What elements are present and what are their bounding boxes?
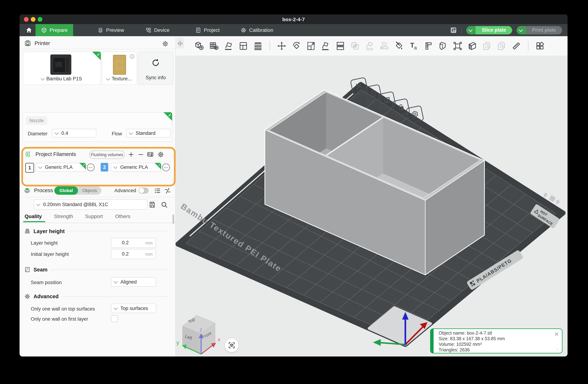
seam-position-label: Seam position: [31, 280, 62, 285]
print-plate-button[interactable]: Print plate: [517, 26, 562, 34]
tune-params-icon[interactable]: [164, 187, 171, 194]
flatten-icon[interactable]: [320, 40, 331, 52]
process-scope-segmented[interactable]: Global Objects: [54, 186, 101, 195]
seam-paint-icon[interactable]: [423, 40, 434, 52]
search-preset-icon[interactable]: [160, 201, 168, 208]
filament-2-check-icon: [155, 163, 161, 169]
nozzle-diameter-select[interactable]: 0.4: [52, 129, 96, 138]
support-paint-icon[interactable]: [452, 40, 463, 52]
save-preset-icon[interactable]: [148, 201, 156, 208]
advanced-section-header: Advanced: [24, 293, 168, 300]
filament-2-more-icon[interactable]: ···: [162, 163, 170, 171]
process-section-header: Process: [23, 186, 53, 195]
recenter-view-button[interactable]: [225, 338, 239, 352]
sidebar-collapse-handle[interactable]: ‹|›: [176, 38, 184, 48]
arrange-icon[interactable]: [238, 40, 249, 52]
preview-icon: [97, 27, 104, 33]
tab-preview[interactable]: Preview: [92, 24, 130, 36]
segment-objects[interactable]: Objects: [78, 186, 101, 195]
plate-lock-icon: [396, 102, 406, 112]
rotate-icon[interactable]: [291, 40, 302, 52]
filament-1-select[interactable]: Generic PLA: [36, 163, 86, 172]
home-button[interactable]: [23, 25, 34, 35]
add-model-icon[interactable]: [194, 40, 205, 52]
segment-global[interactable]: Global: [54, 186, 78, 195]
tab-support[interactable]: Support: [85, 214, 103, 219]
seam-position-select[interactable]: Aligned: [111, 277, 156, 287]
plate-settings-button[interactable]: [406, 105, 424, 124]
nozzle-tab[interactable]: Nozzle: [26, 116, 47, 125]
nav-divider: [462, 27, 462, 34]
print-dropdown-chevron-icon[interactable]: [517, 26, 526, 34]
nozzle-flow-select[interactable]: Standard: [126, 129, 170, 138]
tab-strength[interactable]: Strength: [54, 214, 73, 219]
text-icon[interactable]: [408, 40, 419, 52]
printer-model-card[interactable]: Bambu Lab P1S: [23, 52, 101, 85]
move-icon[interactable]: [276, 40, 287, 52]
layer-height-input[interactable]: 0.2mm: [111, 238, 156, 248]
plate-layout-icon[interactable]: [450, 27, 457, 34]
close-info-panel-icon[interactable]: ✕: [554, 331, 559, 338]
slice-plate-button[interactable]: Slice plate: [466, 26, 512, 34]
toolbar-separator: [270, 41, 270, 51]
viewport-toolbar: [194, 38, 546, 54]
add-filament-icon[interactable]: [128, 151, 134, 158]
process-layers-icon: [23, 187, 31, 194]
cut-icon[interactable]: [437, 40, 449, 52]
initial-layer-height-input[interactable]: 0.2mm: [111, 249, 156, 259]
panel-scrollbar[interactable]: [172, 214, 174, 224]
tab-prepare[interactable]: Prepare: [36, 24, 73, 36]
doc-p-icon: [496, 40, 507, 52]
filament-1-more-icon[interactable]: ···: [87, 163, 94, 171]
printer-settings-gear-icon[interactable]: [162, 40, 169, 47]
flushing-volumes-button[interactable]: Flushing volumes: [89, 151, 125, 159]
tab-quality[interactable]: Quality: [25, 214, 42, 219]
tab-others[interactable]: Others: [115, 214, 130, 219]
printer-image: [50, 55, 71, 75]
filament-settings-gear-icon[interactable]: [157, 151, 164, 158]
app-window: box-2-4-7 Prepare Preview Device Project…: [20, 15, 567, 357]
process-preset-select[interactable]: 0.20mm Standard @BBL X1C: [34, 200, 147, 210]
tab-label: Calibration: [249, 27, 273, 33]
plate-image: [113, 55, 126, 75]
split-icon[interactable]: [335, 40, 346, 52]
diameter-label: Diameter: [28, 131, 48, 137]
sync-info-button[interactable]: Sync info: [138, 52, 173, 85]
advanced-toggle[interactable]: [139, 187, 149, 194]
filament-slot-1[interactable]: 1: [25, 163, 34, 173]
plate-type-card[interactable]: Texture...: [102, 52, 137, 85]
remove-filament-icon[interactable]: [138, 151, 144, 158]
stack-icon[interactable]: [252, 40, 264, 52]
ams-sync-icon[interactable]: [147, 151, 154, 158]
filament-slot-2[interactable]: 2: [101, 163, 108, 172]
filament-1-check-icon: [79, 163, 86, 169]
tab-calibration[interactable]: Calibration: [235, 24, 279, 36]
tab-device[interactable]: Device: [140, 24, 175, 36]
scale-icon[interactable]: [305, 40, 317, 52]
only-one-wall-top-select[interactable]: Top surfaces: [111, 304, 156, 313]
object-info-panel: Object name: box-2-4-7.stl Size: 83.38 x…: [430, 328, 563, 353]
nozzle-check-icon: [164, 112, 172, 121]
assembly-icon[interactable]: [534, 40, 546, 52]
device-icon: [145, 27, 151, 33]
measure-icon[interactable]: [511, 40, 522, 52]
color-paint-icon[interactable]: [393, 40, 405, 52]
preset-list-icon[interactable]: [154, 187, 161, 194]
add-plate-icon[interactable]: [208, 40, 220, 52]
only-one-wall-first-checkbox[interactable]: [111, 315, 118, 322]
info-icon[interactable]: [129, 54, 135, 59]
plate-type-name[interactable]: Texture...: [102, 76, 137, 81]
object-size-text: Size: 83.38 x 167.38 x 53.85 mm: [439, 336, 505, 342]
printer-name[interactable]: Bambu Lab P1S: [23, 76, 101, 81]
auto-orient-icon[interactable]: [223, 40, 234, 52]
collapse-info-panel-icon[interactable]: −: [556, 346, 559, 352]
slice-dropdown-chevron-icon[interactable]: [466, 26, 476, 34]
filament-2-select[interactable]: Generic PLA: [111, 163, 161, 172]
lay-flat-icon: [364, 40, 375, 52]
fuzzy-skin-icon[interactable]: [467, 40, 478, 52]
printer-section-header: Printer: [24, 39, 50, 48]
object-name-text: Object name: box-2-4-7.stl: [439, 330, 505, 336]
tab-project[interactable]: Project: [190, 24, 225, 36]
sync-info-label: Sync info: [138, 75, 173, 81]
sync-refresh-icon: [151, 58, 160, 67]
